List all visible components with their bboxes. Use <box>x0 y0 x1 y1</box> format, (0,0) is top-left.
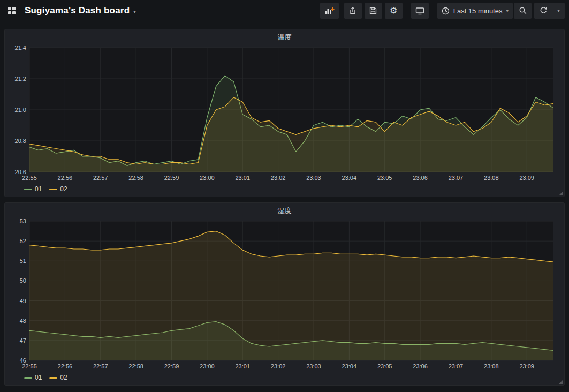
humidity-chart[interactable]: 464748495051525322:5522:5622:5722:5822:5… <box>9 218 560 371</box>
chevron-down-icon: ▾ <box>557 8 560 13</box>
legend-label: 02 <box>60 374 67 381</box>
svg-text:22:59: 22:59 <box>164 363 179 370</box>
legend-label: 01 <box>35 374 42 381</box>
svg-text:23:01: 23:01 <box>235 363 250 370</box>
svg-text:22:59: 22:59 <box>164 175 179 181</box>
panel-resize-handle[interactable] <box>559 380 563 384</box>
svg-text:53: 53 <box>20 218 26 224</box>
panel-title-humidity[interactable]: 湿度 <box>9 204 560 218</box>
navbar-actions: ⚙ Last 15 minutes ▾ <box>317 3 565 19</box>
svg-text:52: 52 <box>20 238 26 244</box>
svg-text:23:03: 23:03 <box>306 175 321 181</box>
svg-text:23:00: 23:00 <box>200 363 215 370</box>
svg-text:23:05: 23:05 <box>377 175 392 181</box>
refresh-icon <box>539 6 548 15</box>
apps-grid-icon <box>8 7 16 14</box>
svg-text:49: 49 <box>20 298 26 304</box>
svg-text:23:06: 23:06 <box>413 175 428 181</box>
save-icon <box>369 6 377 15</box>
svg-text:22:55: 22:55 <box>22 175 37 181</box>
svg-text:23:00: 23:00 <box>200 175 215 181</box>
svg-text:23:07: 23:07 <box>449 175 464 181</box>
svg-text:23:05: 23:05 <box>377 363 392 370</box>
legend-item-series-02[interactable]: 02 <box>49 374 67 381</box>
tv-mode-button[interactable] <box>411 3 429 19</box>
panel-temperature: 温度 20.620.821.021.221.422:5522:5622:5722… <box>4 29 565 197</box>
svg-text:50: 50 <box>20 277 26 284</box>
svg-text:22:57: 22:57 <box>93 363 108 370</box>
chevron-down-icon: ▾ <box>133 7 136 14</box>
time-range-label: Last 15 minutes <box>453 7 503 15</box>
svg-text:51: 51 <box>20 258 26 264</box>
magnifier-icon <box>519 6 527 15</box>
svg-text:23:01: 23:01 <box>235 175 250 181</box>
series-color-swatch <box>49 377 57 379</box>
refresh-button-group: ▾ <box>534 3 565 19</box>
svg-text:22:57: 22:57 <box>93 175 108 181</box>
svg-text:22:55: 22:55 <box>22 363 37 370</box>
svg-text:22:58: 22:58 <box>128 175 143 181</box>
series-color-swatch <box>24 189 32 190</box>
svg-text:20.8: 20.8 <box>15 138 26 144</box>
svg-text:23:06: 23:06 <box>413 363 428 370</box>
dashboard-grid: 温度 20.620.821.021.221.422:5522:5622:5722… <box>0 21 569 390</box>
svg-text:23:07: 23:07 <box>449 363 464 370</box>
time-range-picker[interactable]: Last 15 minutes ▾ <box>437 3 513 19</box>
panel-title-temperature[interactable]: 温度 <box>9 31 560 44</box>
legend-label: 02 <box>60 185 67 193</box>
add-panel-icon <box>324 7 335 15</box>
tv-monitor-icon <box>415 6 424 15</box>
svg-text:21.0: 21.0 <box>15 107 26 113</box>
legend-label: 01 <box>35 185 42 193</box>
panel-humidity: 湿度 464748495051525322:5522:5622:5722:582… <box>4 202 565 386</box>
svg-text:21.4: 21.4 <box>15 44 26 51</box>
dashboard-title-dropdown[interactable]: Sugiyama's Dash board ▾ <box>25 5 136 16</box>
grafana-app: Sugiyama's Dash board ▾ <box>0 0 569 390</box>
navbar: Sugiyama's Dash board ▾ <box>0 0 569 21</box>
save-button[interactable] <box>365 3 382 19</box>
legend-item-series-01[interactable]: 01 <box>24 374 42 381</box>
svg-text:21.2: 21.2 <box>15 76 26 82</box>
add-panel-button[interactable] <box>320 3 339 19</box>
series-color-swatch <box>49 189 57 190</box>
temperature-chart[interactable]: 20.620.821.021.221.422:5522:5622:5722:58… <box>9 44 560 183</box>
dashboard-title: Sugiyama's Dash board <box>25 5 130 16</box>
svg-text:22:56: 22:56 <box>58 175 73 181</box>
svg-text:23:08: 23:08 <box>484 175 499 181</box>
svg-text:23:09: 23:09 <box>519 175 534 181</box>
clock-icon <box>442 7 450 15</box>
svg-text:48: 48 <box>20 318 26 324</box>
zoom-out-button[interactable] <box>514 3 532 19</box>
series-color-swatch <box>24 377 32 379</box>
legend-item-series-01[interactable]: 01 <box>24 185 42 193</box>
refresh-button[interactable] <box>534 3 552 19</box>
svg-text:23:02: 23:02 <box>271 175 286 181</box>
svg-text:47: 47 <box>20 337 26 344</box>
refresh-interval-dropdown[interactable]: ▾ <box>552 3 565 19</box>
svg-text:23:08: 23:08 <box>484 363 499 370</box>
dashboards-menu-button[interactable] <box>4 3 19 18</box>
legend-item-series-02[interactable]: 02 <box>49 185 67 193</box>
panel-resize-handle[interactable] <box>559 191 563 195</box>
chevron-down-icon: ▾ <box>506 8 509 13</box>
gear-icon: ⚙ <box>390 6 397 15</box>
legend-temperature: 01 02 <box>9 183 560 195</box>
svg-text:22:58: 22:58 <box>128 363 143 370</box>
navbar-left: Sugiyama's Dash board ▾ <box>4 3 136 18</box>
svg-text:23:09: 23:09 <box>519 363 534 370</box>
svg-text:23:04: 23:04 <box>342 363 357 370</box>
svg-text:23:03: 23:03 <box>306 363 321 370</box>
share-icon <box>348 6 357 15</box>
svg-text:22:56: 22:56 <box>58 363 73 370</box>
svg-text:23:02: 23:02 <box>271 363 286 370</box>
share-button[interactable] <box>344 3 362 19</box>
legend-humidity: 01 02 <box>9 371 560 384</box>
svg-text:23:04: 23:04 <box>342 175 357 181</box>
settings-button[interactable]: ⚙ <box>385 3 403 19</box>
